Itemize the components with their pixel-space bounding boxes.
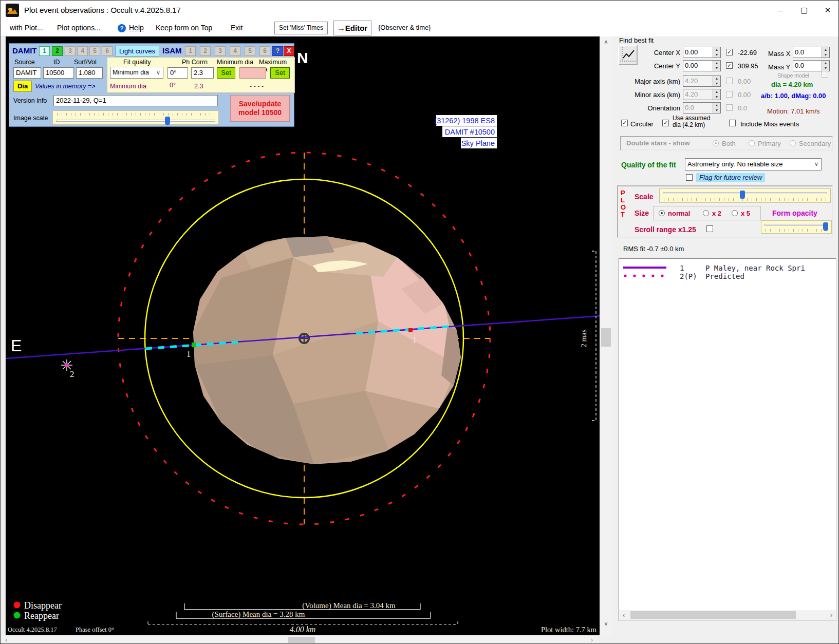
spinner-arrows-icon[interactable]: ▲▼ xyxy=(713,103,720,113)
spinner-arrows-icon[interactable]: ▲▼ xyxy=(713,76,720,86)
disappear-label: Disappear xyxy=(24,600,62,611)
damit-model-button-4[interactable]: 4 xyxy=(77,46,88,56)
size-normal-radio[interactable] xyxy=(659,210,665,216)
editor-button[interactable]: →Editor xyxy=(333,21,371,35)
dia-button[interactable]: Dia xyxy=(13,81,32,92)
isam-model-button-3[interactable]: 3 xyxy=(215,46,226,56)
minimize-button[interactable]: – xyxy=(769,1,792,20)
memory-fit-quality: Minimum dia xyxy=(110,83,146,90)
minor-axis-checkbox[interactable] xyxy=(726,91,733,98)
damit-model-button-1[interactable]: 1 xyxy=(39,46,50,56)
source-value-box[interactable]: DAMIT xyxy=(13,67,41,79)
spinner-arrows-icon[interactable]: ▲▼ xyxy=(713,47,720,58)
major-axis-checkbox[interactable] xyxy=(726,78,733,84)
fit-quality-combo[interactable]: Minimum dia∨ xyxy=(110,67,163,79)
damit-model-button-2[interactable]: 2 xyxy=(52,46,63,56)
mass-y-label: Mass Y xyxy=(768,63,790,71)
center-y-checkbox[interactable]: ✓ xyxy=(726,62,733,69)
use-assumed-dia-checkbox[interactable]: ✓ xyxy=(662,120,669,126)
form-opacity-slider[interactable] xyxy=(761,220,832,234)
center-y-spinner[interactable]: 0.00▲▼ xyxy=(683,60,721,71)
scroll-left-arrow[interactable]: ‹ xyxy=(620,612,627,619)
include-miss-events-checkbox[interactable] xyxy=(729,120,736,126)
legend-row-1[interactable]: 1 P Maley, near Rock Spri xyxy=(619,264,836,272)
spinner-arrows-icon[interactable]: ▲▼ xyxy=(713,89,720,100)
fit-control-panel: Find best fit Center X 0.00▲▼ ✓ -22.69 M… xyxy=(613,36,839,644)
surfvol-value-box[interactable]: 1.080 xyxy=(76,67,103,79)
circular-checkbox[interactable]: ✓ xyxy=(621,120,628,126)
menu-help[interactable]: Help xyxy=(129,24,144,32)
damit-panel: DAMIT 1 2 3 4 5 6 Light curves ISAM 1 2 … xyxy=(9,43,294,127)
plot-scale-slider[interactable] xyxy=(659,188,831,203)
scroll-down-arrow[interactable]: ∨ xyxy=(600,620,612,627)
scroll-right-arrow[interactable]: › xyxy=(588,637,595,643)
mass-x-label: Mass X xyxy=(768,50,790,58)
set-miss-times-button[interactable]: Set 'Miss' Times xyxy=(274,22,328,34)
orientation-spinner[interactable]: 0.0▲▼ xyxy=(683,102,721,113)
menu-keep-on-top[interactable]: Keep form on Top xyxy=(156,24,212,32)
major-axis-spinner[interactable]: 4.20▲▼ xyxy=(683,75,721,87)
damit-model-button-3[interactable]: 3 xyxy=(65,46,76,56)
damit-model-button-5[interactable]: 5 xyxy=(89,46,100,56)
maximize-button[interactable]: ▢ xyxy=(792,1,816,20)
set-maximum-dia-button[interactable]: Set xyxy=(270,67,290,79)
isam-model-button-2[interactable]: 2 xyxy=(200,46,211,56)
menu-with-plot[interactable]: with Plot... xyxy=(10,24,43,32)
light-curves-button[interactable]: Light curves xyxy=(115,46,159,56)
id-value-box[interactable]: 10500 xyxy=(43,67,74,79)
isam-model-button-6[interactable]: 6 xyxy=(259,46,270,56)
save-update-model-button[interactable]: Save/update model 10500 xyxy=(230,95,290,122)
legend-row-2[interactable]: 2(P) Predicted xyxy=(619,272,836,280)
double-both-radio[interactable] xyxy=(713,140,719,146)
vertical-scroll-thumb[interactable] xyxy=(601,328,611,347)
scroll-up-arrow[interactable]: ∧ xyxy=(600,39,612,45)
minimum-dia-box[interactable]: 2.3 xyxy=(191,67,214,79)
spinner-arrows-icon[interactable]: ▲▼ xyxy=(822,61,829,71)
scroll-right-arrow[interactable]: › xyxy=(828,612,835,619)
plot-vertical-scrollbar[interactable]: ∧ ∨ xyxy=(600,36,612,635)
size-x5-radio[interactable] xyxy=(732,210,738,216)
mass-x-spinner[interactable]: 0.0▲▼ xyxy=(793,47,830,58)
size-x2-radio[interactable] xyxy=(703,210,709,216)
spinner-arrows-icon[interactable]: ▲▼ xyxy=(822,47,829,58)
legend-horizontal-scrollbar[interactable]: ‹ › xyxy=(619,610,836,620)
isam-model-button-1[interactable]: 1 xyxy=(185,46,196,56)
version-info-box[interactable]: 2022-11-29, Q=1 xyxy=(53,95,218,106)
isam-model-button-5[interactable]: 5 xyxy=(245,46,255,56)
flag-review-checkbox[interactable] xyxy=(686,174,693,181)
set-minimum-dia-button[interactable]: Set xyxy=(217,67,235,79)
menu-exit[interactable]: Exit xyxy=(231,24,243,32)
maximum-dia-box[interactable] xyxy=(239,67,266,79)
center-x-spinner[interactable]: 0.00▲▼ xyxy=(683,47,721,58)
orientation-checkbox[interactable] xyxy=(726,104,733,111)
observer-legend-list[interactable]: 1 P Maley, near Rock Spri 2(P) Predicted… xyxy=(619,258,836,621)
double-secondary-radio[interactable] xyxy=(790,140,796,146)
damit-model-button-6[interactable]: 6 xyxy=(102,46,113,56)
menu-plot-options[interactable]: Plot options... xyxy=(57,24,101,32)
double-primary-radio[interactable] xyxy=(749,140,755,146)
isam-title: ISAM xyxy=(162,46,182,55)
damit-help-button[interactable]: ? xyxy=(272,46,283,56)
isam-model-button-4[interactable]: 4 xyxy=(230,46,240,56)
scroll-range-checkbox[interactable] xyxy=(706,225,713,232)
scroll-left-arrow[interactable]: ‹ xyxy=(3,637,10,643)
slider-thumb[interactable] xyxy=(165,117,170,125)
mass-y-spinner[interactable]: 0.0▲▼ xyxy=(793,60,830,71)
horizontal-scroll-thumb[interactable] xyxy=(288,637,315,643)
legend-scroll-thumb[interactable] xyxy=(630,611,796,619)
double-stars-title: Double stars - show xyxy=(626,139,690,147)
plot-horizontal-scrollbar[interactable]: ‹ › xyxy=(1,635,598,644)
help-icon: ? xyxy=(118,24,126,32)
center-x-checkbox[interactable]: ✓ xyxy=(726,49,733,55)
minor-axis-spinner[interactable]: 4.20▲▼ xyxy=(683,89,721,100)
reappear-label: Reappear xyxy=(24,611,59,621)
image-scale-slider[interactable] xyxy=(52,110,219,125)
shape-model-checkbox[interactable] xyxy=(822,71,828,78)
damit-close-button[interactable]: X xyxy=(284,46,294,56)
close-button[interactable]: ✕ xyxy=(816,1,839,20)
ph-corrn-box[interactable]: 0° xyxy=(167,67,188,79)
spinner-arrows-icon[interactable]: ▲▼ xyxy=(713,61,720,71)
center-y-label: Center Y xyxy=(633,62,680,70)
quality-of-fit-combo[interactable]: Astrometry only. No reliable size∨ xyxy=(685,158,822,171)
legend-chord-number: 1 xyxy=(680,264,684,272)
